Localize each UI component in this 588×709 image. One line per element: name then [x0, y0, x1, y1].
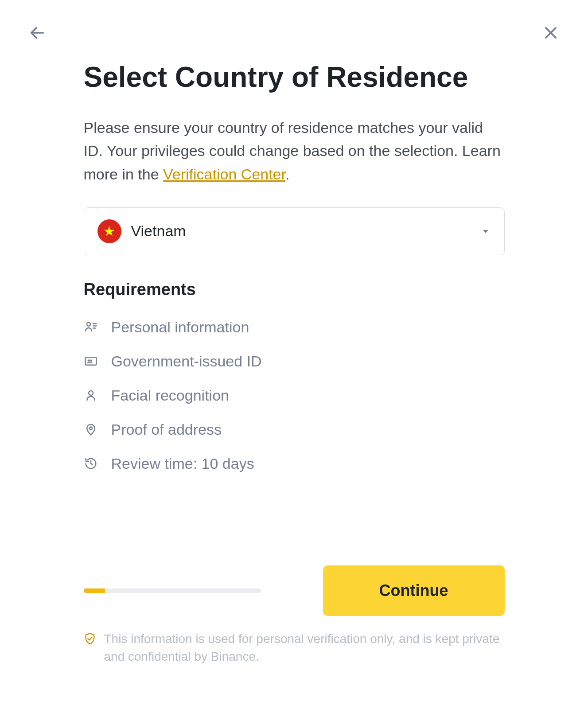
requirements-heading: Requirements: [84, 280, 505, 299]
pin-icon: [84, 422, 98, 436]
page-title: Select Country of Residence: [84, 61, 505, 94]
shield-check-icon: [84, 632, 96, 650]
star-icon: ★: [103, 225, 115, 238]
page-description: Please ensure your country of residence …: [84, 116, 505, 186]
requirement-label: Proof of address: [111, 421, 222, 438]
country-select-value: Vietnam: [131, 222, 471, 240]
back-button[interactable]: [27, 22, 48, 43]
svg-point-9: [90, 360, 91, 362]
requirement-item: Facial recognition: [84, 387, 505, 404]
close-icon: [542, 24, 559, 41]
progress-fill: [84, 588, 105, 593]
close-button[interactable]: [540, 22, 561, 43]
requirements-list: Personal information Government-issued I…: [84, 319, 505, 472]
requirement-label: Personal information: [111, 319, 249, 336]
continue-button[interactable]: Continue: [323, 565, 505, 616]
disclaimer: This information is used for personal ve…: [84, 630, 505, 666]
country-select[interactable]: ★ Vietnam: [84, 207, 505, 255]
main-content: Select Country of Residence Please ensur…: [66, 61, 522, 666]
person-info-icon: [84, 320, 98, 334]
requirement-item: Government-issued ID: [84, 353, 505, 370]
requirement-item: Personal information: [84, 319, 505, 336]
caret-down-icon: [480, 226, 491, 237]
progress-bar: [84, 588, 261, 593]
face-icon: [84, 388, 98, 402]
description-text: Please ensure your country of residence …: [84, 119, 501, 183]
verification-center-link[interactable]: Verification Center: [163, 166, 285, 183]
requirement-label: Review time: 10 days: [111, 455, 254, 472]
svg-point-8: [88, 360, 89, 362]
id-card-icon: [84, 354, 98, 368]
requirement-item: Proof of address: [84, 421, 505, 438]
svg-point-3: [87, 323, 90, 326]
svg-point-11: [89, 391, 93, 395]
disclaimer-text: This information is used for personal ve…: [104, 630, 505, 666]
flag-vietnam: ★: [97, 219, 121, 243]
bottom-row: Continue: [84, 565, 505, 616]
requirement-label: Government-issued ID: [111, 353, 262, 370]
top-bar: [27, 22, 561, 43]
requirement-item: Review time: 10 days: [84, 455, 505, 472]
arrow-left-icon: [28, 24, 46, 42]
svg-point-12: [89, 427, 92, 430]
requirement-label: Facial recognition: [111, 387, 229, 404]
description-suffix: .: [285, 166, 289, 183]
clock-icon: [84, 456, 98, 471]
